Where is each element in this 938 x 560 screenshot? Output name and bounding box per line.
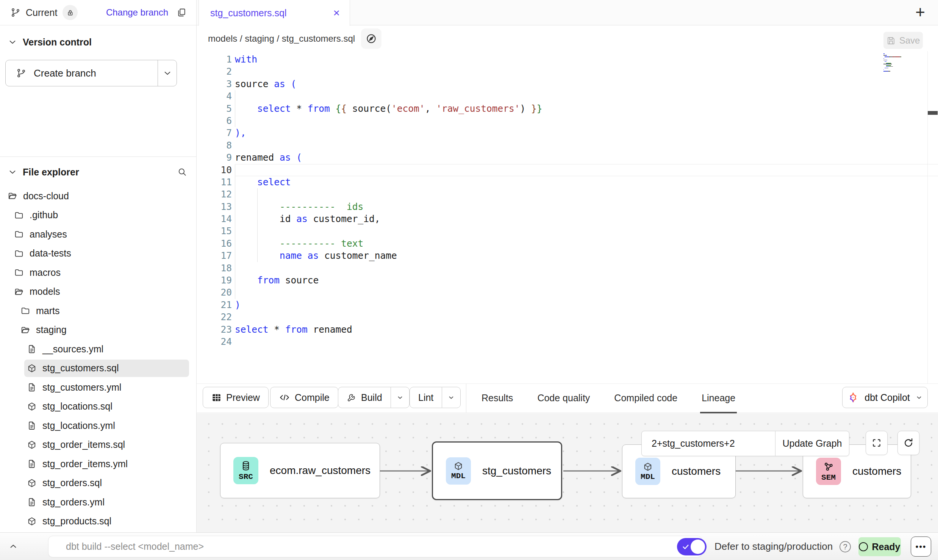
tree-item-stg-orders-sql[interactable]: stg_orders.sql [0, 474, 196, 493]
version-control-header[interactable]: Version control [0, 30, 196, 54]
code-line-4[interactable]: 4 [197, 90, 938, 102]
code-line-21[interactable]: 21) [197, 299, 938, 311]
code-line-17[interactable]: 17 name as customer_name [197, 250, 938, 262]
code-line-22[interactable]: 22 [197, 311, 938, 323]
tree-item-stg-order-items-yml[interactable]: stg_order_items.yml [0, 454, 196, 474]
code-line-15[interactable]: 15 [197, 225, 938, 237]
tree-item-stg-locations-sql[interactable]: stg_locations.sql [0, 397, 196, 416]
collapse-panel-button[interactable] [0, 541, 27, 551]
code-line-19[interactable]: 19 from source [197, 274, 938, 286]
tree-item-models[interactable]: models [0, 282, 196, 302]
tree-item-stg-order-items-sql[interactable]: stg_order_items.sql [0, 435, 196, 455]
code-editor[interactable]: 1with23source as (45 select * from {{ so… [197, 51, 938, 383]
code-line-20[interactable]: 20 [197, 286, 938, 299]
code-line-5[interactable]: 5 select * from {{ source('ecom', 'raw_c… [197, 103, 938, 115]
create-branch-main[interactable]: Create branch [6, 60, 158, 86]
compile-button[interactable]: Compile [270, 387, 338, 408]
tree-item-docs-cloud[interactable]: docs-cloud [0, 186, 196, 206]
code-line-3[interactable]: 3source as ( [197, 78, 938, 90]
lineage-node-ecom-raw-customers-src[interactable]: SRCecom.raw_customers [220, 443, 380, 498]
preview-button[interactable]: Preview [203, 387, 269, 408]
lint-button[interactable]: Lint [410, 387, 461, 408]
chevron-down-icon [447, 394, 455, 401]
code-line-9[interactable]: 9renamed as ( [197, 152, 938, 164]
copilot-compass-chip[interactable] [361, 28, 381, 49]
status-bar: dbt build --select <model_name> Defer to… [0, 532, 938, 560]
save-button[interactable]: Save [883, 32, 923, 49]
tab-bar: stg_customers.sql × + [197, 0, 938, 25]
code-token: ), [235, 127, 246, 138]
tree-item-stg-orders-yml[interactable]: stg_orders.yml [0, 493, 196, 512]
defer-toggle[interactable] [677, 538, 707, 555]
code-line-16[interactable]: 16 ---------- text [197, 238, 938, 250]
line-number: 9 [197, 152, 232, 164]
tree-item-analyses[interactable]: analyses [0, 225, 196, 244]
indent-guide [257, 213, 258, 225]
code-line-14[interactable]: 14 id as customer_id, [197, 213, 938, 225]
refresh-button[interactable] [897, 431, 919, 455]
create-branch-button[interactable]: Create branch [5, 60, 177, 86]
code-line-13[interactable]: 13 ---------- ids [197, 201, 938, 213]
lint-dropdown[interactable] [442, 387, 460, 408]
lineage-node-stg-customers-mdl[interactable]: MDLstg_customers [432, 441, 562, 500]
copy-icon[interactable] [177, 8, 186, 17]
command-input[interactable]: dbt build --select <model_name> [48, 536, 702, 557]
code-line-1[interactable]: 1with [197, 53, 938, 66]
tree-item--github[interactable]: .github [0, 206, 196, 225]
panel-tab-results[interactable]: Results [480, 384, 514, 413]
action-toolbar: Preview Compile Build Lint ResultsCode q… [197, 383, 938, 413]
folder-open-icon [20, 325, 30, 335]
tree-item-marts[interactable]: marts [0, 301, 196, 321]
tree-item-stg-products-sql[interactable]: stg_products.sql [0, 512, 196, 531]
search-icon[interactable] [177, 167, 187, 177]
panel-tab-lineage[interactable]: Lineage [700, 384, 737, 413]
cube-icon [453, 461, 463, 471]
badge-label: SRC [239, 472, 253, 481]
code-line-10[interactable]: 10 [197, 164, 938, 176]
node-type-badge: SRC [233, 457, 258, 484]
fullscreen-button[interactable] [866, 431, 888, 455]
lineage-panel: SRCecom.raw_customersMDLstg_customersMDL… [197, 413, 938, 532]
lineage-selector-group: 2+stg_customers+2 Update Graph [641, 431, 849, 456]
code-line-8[interactable]: 8 [197, 139, 938, 152]
tree-item-data-tests[interactable]: data-tests [0, 244, 196, 263]
tree-item-stg-customers-yml[interactable]: stg_customers.yml [0, 378, 196, 397]
table-icon [211, 393, 222, 403]
create-branch-dropdown[interactable] [158, 60, 177, 86]
code-line-24[interactable]: 24 [197, 336, 938, 348]
code-line-18[interactable]: 18 [197, 262, 938, 274]
code-token: name [280, 250, 308, 261]
tree-item-stg-customers-sql[interactable]: stg_customers.sql [0, 359, 196, 378]
line-number: 4 [197, 90, 232, 102]
more-options-button[interactable]: ••• [911, 537, 931, 557]
tree-item-macros[interactable]: macros [0, 263, 196, 282]
code-line-11[interactable]: 11 select [197, 176, 938, 188]
panel-tabs: ResultsCode qualityCompiled codeLineage [480, 384, 737, 413]
lineage-selector-input[interactable]: 2+stg_customers+2 [642, 431, 775, 456]
build-button[interactable]: Build [338, 387, 410, 408]
code-line-6[interactable]: 6 [197, 115, 938, 127]
line-number: 17 [197, 250, 232, 262]
change-branch-link[interactable]: Change branch [106, 7, 168, 18]
editor-tab-stg-customers[interactable]: stg_customers.sql × [199, 0, 350, 26]
file-name: stg_locations.sql [42, 401, 113, 412]
dbt-copilot-button[interactable]: dbt Copilot [842, 387, 928, 408]
tree-item-stg-locations-yml[interactable]: stg_locations.yml [0, 416, 196, 435]
file-explorer-header[interactable]: File explorer [0, 160, 196, 184]
new-tab-button[interactable]: + [911, 2, 930, 23]
code-line-12[interactable]: 12 [197, 188, 938, 200]
panel-tab-compiled-code[interactable]: Compiled code [613, 384, 679, 413]
build-dropdown[interactable] [391, 387, 409, 408]
code-line-23[interactable]: 23select * from renamed [197, 324, 938, 336]
code-token: renamed [235, 152, 280, 163]
close-icon[interactable]: × [333, 7, 340, 19]
line-number: 22 [197, 311, 232, 323]
help-icon[interactable]: ? [840, 541, 851, 552]
code-line-2[interactable]: 2 [197, 66, 938, 78]
code-token: , [425, 103, 436, 114]
tree-item--sources-yml[interactable]: __sources.yml [0, 339, 196, 359]
tree-item-staging[interactable]: staging [0, 321, 196, 340]
panel-tab-code-quality[interactable]: Code quality [536, 384, 591, 413]
code-line-7[interactable]: 7), [197, 127, 938, 139]
update-graph-button[interactable]: Update Graph [775, 431, 849, 456]
